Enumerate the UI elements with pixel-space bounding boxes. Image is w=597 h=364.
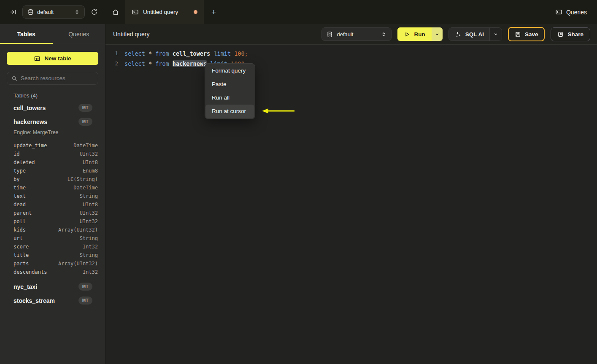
refresh-button[interactable] [89,7,100,18]
table-name: cell_towers [14,105,46,111]
column-type: UInt32 [80,151,98,157]
column-row[interactable]: kidsArray(UInt32) [14,226,98,234]
save-button-label: Save [525,31,538,38]
column-name: kids [14,227,26,233]
code-line[interactable]: 1select * from cell_towers limit 100; [105,49,597,59]
column-name: time [14,185,26,191]
table-row-hackernews[interactable]: hackernews MT [14,115,92,129]
column-row[interactable]: typeEnum8 [14,167,98,175]
column-row[interactable]: deletedUInt8 [14,158,98,167]
query-database-selector[interactable]: default [321,27,392,41]
database-icon [327,31,333,38]
column-row[interactable]: partsArray(UInt32) [14,259,98,268]
sql-ai-split-button: SQL AI [448,27,502,41]
search-input[interactable] [21,75,94,81]
column-name: text [14,193,26,199]
sql-token: select [124,50,145,57]
engine-badge: MT [78,297,92,305]
sql-ai-options-button[interactable] [489,28,502,40]
column-row[interactable]: urlString [14,234,98,243]
sql-token: 100; [234,50,248,57]
share-button-label: Share [567,31,583,38]
collapse-sidebar-button[interactable] [8,7,19,18]
run-options-button[interactable] [432,27,443,41]
new-tab-button[interactable]: + [204,0,224,24]
share-button[interactable]: Share [551,27,590,41]
sql-token [231,50,234,57]
column-row[interactable]: timeDateTime [14,183,98,192]
sidebar-tab-tables[interactable]: Tables [0,24,53,44]
context-menu-item-run-at-cursor[interactable]: Run at cursor [205,105,254,118]
tab-untitled-query[interactable]: Untitled query [125,0,204,24]
column-row[interactable]: textString [14,192,98,200]
column-row[interactable]: parentUInt32 [14,209,98,217]
save-button[interactable]: Save [508,27,545,41]
sql-token: limit [213,50,231,57]
query-controls: default Run [321,27,590,41]
table-name: nyc_taxi [14,283,37,290]
column-row[interactable]: titleString [14,251,98,259]
column-type: String [80,252,98,258]
share-icon [557,31,564,38]
sql-editor[interactable]: 1select * from cell_towers limit 100;2se… [105,45,597,364]
column-type: UInt8 [83,159,98,165]
run-button[interactable]: Run [397,27,431,41]
context-menu-item-paste[interactable]: Paste [205,78,254,91]
column-name: poll [14,218,26,224]
sidebar-tab-tables-label: Tables [17,31,35,38]
sql-ai-button[interactable]: SQL AI [449,28,489,40]
sql-token: from [155,60,169,67]
column-name: parent [14,210,32,216]
column-type: String [80,193,98,199]
column-name: by [14,176,19,182]
column-row[interactable]: idUInt32 [14,150,98,158]
column-row[interactable]: pollUInt32 [14,217,98,226]
context-menu-item-format-query[interactable]: Format query [205,64,254,78]
column-name: id [14,151,19,157]
search-icon [11,75,17,81]
topbar-database-selector[interactable]: default [22,5,85,19]
column-name: type [14,168,26,174]
column-row[interactable]: update_timeDateTime [14,141,98,150]
sidebar-tab-queries[interactable]: Queries [53,24,105,44]
chevron-updown-icon [381,32,386,37]
column-type: UInt8 [83,202,98,208]
main-panel: Untitled query default [105,24,597,364]
table-name: stocks_stream [14,297,55,304]
column-row[interactable]: scoreInt32 [14,243,98,251]
content-area: Tables Queries New table Tables (4) [0,24,597,364]
line-number: 1 [111,49,118,59]
code-line[interactable]: 2select * from hackernews limit 1000 [105,59,597,69]
query-title: Untitled query [113,31,149,38]
chevron-updown-icon [74,9,80,15]
column-name: url [14,235,23,241]
table-row-nyc-taxi[interactable]: nyc_taxi MT [14,280,92,294]
sql-token: * [145,60,155,67]
engine-badge: MT [78,104,92,112]
column-row[interactable]: descendantsInt32 [14,268,98,276]
column-name: title [14,252,29,258]
column-row[interactable]: byLC(String) [14,175,98,183]
annotation-arrow [261,107,296,115]
table-row-stocks-stream[interactable]: stocks_stream MT [14,294,92,307]
engine-label: Engine: MergeTree [14,129,92,139]
tab-title: Untitled query [143,9,178,15]
search-box [7,72,98,85]
hackernews-columns: update_timeDateTimeidUInt32deletedUInt8t… [14,141,98,276]
table-name: hackernews [14,119,47,125]
engine-badge: MT [78,283,92,291]
column-row[interactable]: deadUInt8 [14,200,98,209]
home-button[interactable] [105,0,125,24]
column-type: LC(String) [68,176,98,182]
sql-token: select [124,60,145,67]
sql-token: from [155,50,169,57]
context-menu-item-run-all[interactable]: Run all [205,91,254,105]
terminal-icon [555,8,562,16]
queries-button-label: Queries [566,9,587,16]
tables-section-header: Tables (4) [14,92,92,101]
new-table-button[interactable]: New table [7,52,98,65]
code-area: 1select * from cell_towers limit 100;2se… [105,49,597,69]
table-row-cell-towers[interactable]: cell_towers MT [14,101,92,115]
queries-button[interactable]: Queries [555,8,587,16]
new-table-label: New table [44,55,71,62]
